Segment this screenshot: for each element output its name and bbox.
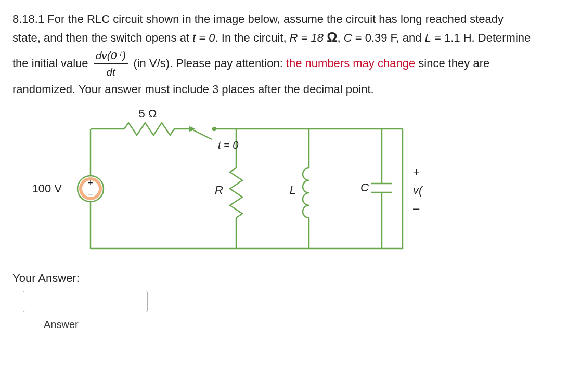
r-branch-label: R — [215, 184, 223, 197]
problem-number: 8.18.1 — [12, 12, 44, 25]
answer-label: Your Answer: — [12, 269, 556, 286]
t-eq: t = 0 — [192, 31, 215, 44]
svg-line-3 — [191, 129, 212, 139]
warning-text: the numbers may change — [286, 57, 415, 70]
r-series-label: 5 Ω — [139, 108, 157, 120]
l-branch-label: L — [290, 184, 296, 197]
text: (in V/s). Please pay attention: — [133, 57, 286, 70]
t-switch-label: t = 0 — [218, 139, 238, 151]
c-letter: C — [344, 31, 352, 44]
text: . In the circuit, — [215, 31, 290, 44]
l-letter: L — [425, 31, 431, 44]
c-branch-label: C — [360, 181, 369, 194]
v-minus: – — [413, 202, 420, 215]
ohm-symbol: Ω — [327, 30, 337, 44]
v-plus: + — [413, 165, 420, 178]
answer-hint: Answer — [44, 317, 556, 332]
r-expr: R = 18 — [290, 31, 327, 44]
frac-num: dv(0⁺) — [94, 47, 128, 64]
derivative-fraction: dv(0⁺) dt — [94, 47, 128, 81]
circuit-diagram: + – 5 Ω t = 0 100 V R L C + v(t) – — [18, 108, 556, 264]
v-out-label: v(t) — [413, 184, 423, 197]
problem-text: 8.18.1 For the RLC circuit shown in the … — [12, 10, 533, 98]
svg-point-4 — [213, 127, 216, 130]
v-source-label: 100 V — [32, 182, 62, 195]
text: = 0.39 F, and — [355, 31, 425, 44]
answer-input[interactable] — [23, 291, 148, 312]
text: , — [337, 31, 343, 44]
frac-den: dt — [94, 64, 128, 80]
